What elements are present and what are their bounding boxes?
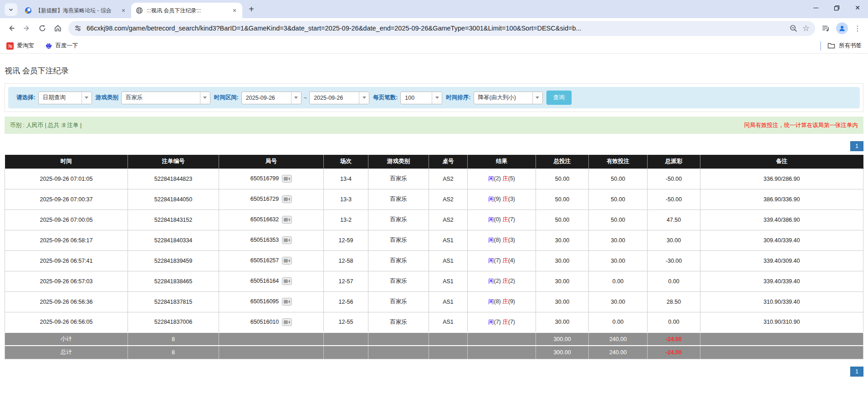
window-restore-button[interactable] (826, 0, 847, 15)
header-result: 结果 (468, 155, 536, 168)
video-replay-button[interactable] (282, 318, 292, 326)
chevron-down-icon (359, 92, 369, 104)
video-replay-button[interactable] (282, 298, 292, 306)
video-replay-button[interactable] (282, 257, 292, 265)
taobao-icon: 淘 (6, 42, 14, 50)
header-game-type: 游戏类别 (368, 155, 429, 168)
filter-panel: 请选择: 日期查询 游戏类别 百家乐 时间区间: 2025-09-26 ~ 20… (5, 83, 863, 112)
home-button[interactable] (50, 20, 66, 36)
date-end-select[interactable]: 2025-09-26 (309, 92, 369, 104)
tab-close-icon[interactable]: × (119, 6, 128, 15)
cell-note: 339.40/386.90 (700, 209, 863, 230)
back-button[interactable] (4, 20, 19, 36)
filter-bar: 请选择: 日期查询 游戏类别 百家乐 时间区间: 2025-09-26 ~ 20… (8, 87, 860, 108)
back-icon (7, 24, 16, 33)
video-replay-button[interactable] (282, 175, 292, 183)
search-button[interactable]: 查询 (546, 91, 572, 105)
cell-game-type: 百家乐 (368, 312, 429, 332)
profile-avatar[interactable] (836, 22, 848, 34)
game-type-label: 游戏类别 (96, 94, 118, 102)
chevron-down-icon (8, 7, 14, 12)
page-title: 视讯 会员下注纪录 (5, 66, 868, 76)
page-number-button[interactable]: 1 (850, 367, 863, 377)
chevron-down-icon (82, 92, 92, 104)
cell-session: 13-4 (324, 168, 368, 189)
bookmark-baidu[interactable]: du 百度一下 (45, 42, 78, 50)
zoom-out-button[interactable] (789, 24, 798, 33)
video-replay-button[interactable] (282, 195, 292, 203)
cell-note: 310.90/310.90 (700, 312, 863, 332)
total-payout: -24.00 (648, 346, 700, 359)
cell-game-type: 百家乐 (368, 271, 429, 291)
sort-order-label: 时间排序: (446, 94, 470, 102)
tab-forum[interactable]: 【新提醒】海燕策略论坛 - 综合 × (20, 3, 131, 18)
video-replay-icon (282, 257, 292, 265)
cell-result: 闲(0) 庄(7) (468, 209, 536, 230)
sort-order-select[interactable]: 降幂(由大到小) (474, 92, 543, 104)
tab-bet-records[interactable]: :::视讯 会员下注纪录::: × (131, 3, 242, 18)
cell-note: 310.90/339.40 (700, 291, 863, 312)
game-type-select[interactable]: 百家乐 (121, 92, 210, 104)
header-time: 时间 (5, 155, 128, 168)
cell-session: 12-55 (324, 312, 368, 332)
all-bookmarks-button[interactable]: 所有书签 (827, 42, 862, 50)
screen: { "colors": { "accent_blue": "#337ab7", … (0, 0, 868, 403)
cell-valid-bet: 50.00 (589, 189, 648, 209)
new-tab-button[interactable]: + (245, 3, 258, 15)
pagination-top: 1 (5, 141, 863, 151)
subtotal-valid-bet: 240.00 (589, 332, 648, 346)
home-icon (53, 24, 62, 33)
bookmarks-right: 所有书签 (820, 41, 862, 51)
cell-result: 闲(9) 庄(3) (468, 189, 536, 209)
video-replay-button[interactable] (282, 236, 292, 244)
media-controls-button[interactable] (818, 20, 833, 36)
window-minimize-button[interactable] (805, 0, 826, 15)
cell-round: 650516799 (219, 168, 324, 189)
globe-favicon-icon (136, 7, 143, 14)
cell-game-type: 百家乐 (368, 250, 429, 271)
cell-bet-id: 522841843152 (128, 209, 219, 230)
folder-icon (827, 42, 835, 49)
restore-icon (834, 5, 840, 11)
page-number-button[interactable]: 1 (850, 141, 863, 151)
cell-game-type: 百家乐 (368, 168, 429, 189)
cell-total-bet: 30.00 (536, 271, 589, 291)
reload-button[interactable] (35, 20, 50, 36)
cell-round: 650516729 (219, 189, 324, 209)
video-replay-button[interactable] (282, 277, 292, 285)
round-number: 650516257 (250, 257, 279, 264)
video-replay-icon (282, 175, 292, 183)
bookmark-taobao[interactable]: 淘 爱淘宝 (6, 42, 34, 50)
bookmarks-bar: 淘 爱淘宝 du 百度一下 所有书签 (0, 38, 868, 54)
window-close-button[interactable]: ✕ (847, 0, 868, 15)
cell-table-no: AS1 (429, 271, 468, 291)
cell-result: 闲(7) 庄(7) (468, 312, 536, 332)
cell-time: 2025-09-26 07:00:05 (5, 209, 128, 230)
bookmark-star-button[interactable]: ☆ (802, 23, 810, 33)
cell-bet-id: 522841838465 (128, 271, 219, 291)
table-row: 2025-09-26 06:58:17 522841840334 6505163… (5, 230, 863, 250)
query-type-value: 日期查询 (39, 94, 82, 102)
video-replay-button[interactable] (282, 216, 292, 224)
forward-button[interactable] (19, 20, 35, 36)
video-replay-icon (282, 236, 292, 244)
cell-session: 13-2 (324, 209, 368, 230)
date-range-label: 时间区间: (214, 94, 239, 102)
date-start-select[interactable]: 2025-09-26 (241, 92, 301, 104)
cell-total-bet: 50.00 (536, 209, 589, 230)
bookmarks-divider (820, 41, 821, 51)
tab-close-icon[interactable]: × (230, 6, 239, 15)
bet-records-table: 时间 注单编号 局号 场次 游戏类别 桌号 结果 总投注 有效投注 总派彩 备注… (5, 155, 863, 359)
cell-total-bet: 30.00 (536, 312, 589, 332)
cell-payout: 28.50 (648, 291, 700, 312)
query-type-select[interactable]: 日期查询 (38, 92, 92, 104)
page-size-select[interactable]: 100 (400, 92, 442, 104)
cell-result: 闲(2) 庄(2) (468, 271, 536, 291)
cell-round: 650516632 (219, 209, 324, 230)
browser-menu-button[interactable]: ⋮ (851, 24, 864, 33)
tab-search-button[interactable] (5, 3, 17, 16)
cell-time: 2025-09-26 06:57:03 (5, 271, 128, 291)
cell-table-no: AS2 (429, 209, 468, 230)
video-replay-icon (282, 298, 292, 306)
address-bar[interactable]: 66cxkj98.com/game/betrecord_search/kind3… (68, 21, 815, 36)
